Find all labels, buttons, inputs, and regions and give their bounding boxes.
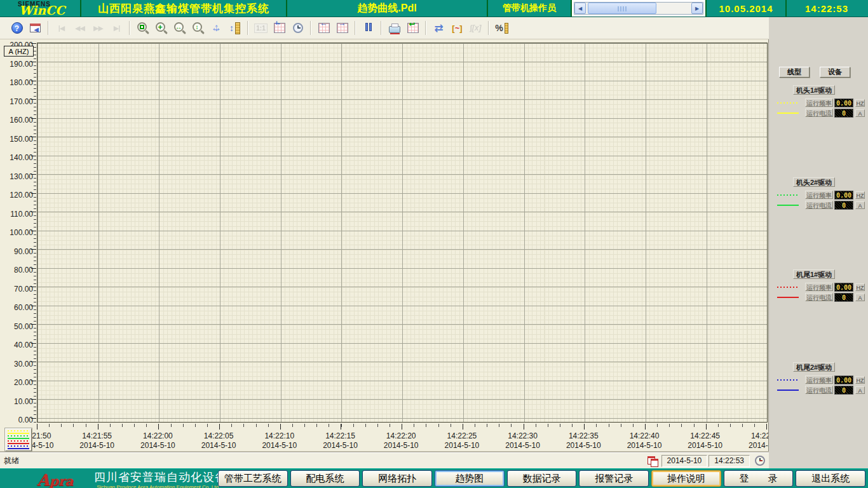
statistics-icon[interactable]: ∫[x] <box>466 20 485 37</box>
toolbar-separator <box>355 21 356 35</box>
legend-unit: HZ <box>855 283 865 291</box>
move-value-axis-icon[interactable]: ↕ <box>226 20 244 37</box>
system-title-section: 山西阳泉燕鑫输煤管带机集控系统 <box>81 0 287 17</box>
trend-toolbar: ?◀|◀◀◀▶▶▶|+↔↕↔↕↕1:1+-←→↩⇄[~]∫[x]% <box>0 17 769 39</box>
open-properties-dialog-icon[interactable]: ◀ <box>26 20 44 37</box>
percent-scale-icon[interactable]: % <box>492 20 511 37</box>
user-role: 管带机操作员 <box>503 3 556 14</box>
legend-group: 机头2#驱动运行频率0.00HZ运行电流0A <box>769 177 868 215</box>
y-tick-label: 20.00 <box>0 378 33 387</box>
zoom-in-icon[interactable]: + <box>152 20 170 37</box>
legend-group-title: 机头1#驱动 <box>793 85 835 95</box>
system-title: 山西阳泉燕鑫输煤管带机集控系统 <box>98 1 269 16</box>
header-scrollbar[interactable]: ◀ ▶ <box>574 2 703 15</box>
first-record-icon[interactable]: |◀ <box>52 20 71 37</box>
legend-line-sample <box>777 287 799 288</box>
help-icon[interactable]: ? <box>8 20 26 37</box>
legend-value: 0 <box>834 109 853 118</box>
y-tick-label: 10.00 <box>0 397 33 406</box>
previous-trend-icon[interactable]: ← <box>315 20 333 37</box>
x-tick-date: 2014-5-10 <box>188 441 249 451</box>
nav-button-alarm-records[interactable]: 报警记录 <box>579 470 649 487</box>
legend-line-sample <box>777 390 799 391</box>
x-tick-date: 2014-5-10 <box>431 441 492 451</box>
legend-row: 运行频率0.00HZ <box>769 376 868 384</box>
legend-line-sample <box>777 205 799 206</box>
legend-unit: A <box>855 386 865 394</box>
next-trend-icon[interactable]: → <box>333 20 351 37</box>
line-type-button[interactable]: 线型 <box>779 67 810 78</box>
pan-icon[interactable]: ↔↕ <box>207 20 226 37</box>
scrollbar-thumb[interactable] <box>588 3 656 14</box>
header-date: 10.05.2014 <box>719 3 773 14</box>
legend-line-dotted <box>8 430 29 431</box>
legend-line-sample <box>777 297 799 298</box>
y-tick-label: 120.00 <box>0 191 33 200</box>
company-name-cn: 四川省安普瑞自动化设备有限公司 <box>94 470 221 485</box>
legend-row: 运行电流0A <box>769 109 868 118</box>
x-tick-time: 14:22:20 <box>370 431 431 441</box>
fast-backward-icon[interactable]: ◀◀ <box>71 20 89 37</box>
plot-area[interactable] <box>37 43 768 423</box>
status-ready-text: 就绪 <box>0 456 648 466</box>
scrollbar-right-arrow-icon[interactable]: ▶ <box>691 3 703 14</box>
fast-forward-icon[interactable]: ▶▶ <box>89 20 107 37</box>
nav-button-pipe-belt-process-system[interactable]: 管带工艺系统 <box>218 470 288 487</box>
legend-row: 运行频率0.00HZ <box>769 191 868 200</box>
y-tick-label: 90.00 <box>0 247 33 256</box>
legend-line-sample <box>777 112 799 114</box>
legend-group: 机尾2#驱动运行频率0.00HZ运行电流0A <box>769 362 868 400</box>
legend-line-dotted <box>8 445 29 447</box>
nav-button-power-distribution-system[interactable]: 配电系统 <box>290 470 360 487</box>
legend-line-solid <box>8 433 29 434</box>
zoom-area-icon[interactable] <box>133 20 152 37</box>
restore-view-icon[interactable]: ↩ <box>403 20 422 37</box>
x-tick-date: 2014-5-10 <box>553 441 614 451</box>
x-tick-time: 14:22:50 <box>735 431 769 441</box>
nav-button-exit-system[interactable]: 退出系统 <box>796 470 865 487</box>
company-name-en: Sichuan Province Apra Automation Equipme… <box>94 484 221 488</box>
legend-unit: A <box>855 109 865 117</box>
company-block: 四川省安普瑞自动化设备有限公司 Sichuan Province Apra Au… <box>94 470 221 488</box>
legend-line-dotted <box>8 435 29 437</box>
swap-time-axis-icon[interactable]: ⇄ <box>430 20 448 37</box>
legend-unit: A <box>855 201 865 209</box>
x-tick-label: 14:22:002014-5-10 <box>127 431 188 451</box>
pause-icon[interactable] <box>359 20 377 37</box>
device-button[interactable]: 设备 <box>820 67 850 78</box>
toolbar-separator <box>488 21 489 35</box>
legend-value: 0.00 <box>834 98 853 107</box>
nav-button-data-records[interactable]: 数据记录 <box>507 470 577 487</box>
print-icon[interactable] <box>385 20 403 37</box>
legend-row-label: 运行频率 <box>805 191 833 199</box>
x-tick-date: 2014-5-10 <box>310 441 371 451</box>
nav-button-trend-chart[interactable]: 趋势图 <box>435 470 505 487</box>
one-to-one-icon[interactable]: 1:1 <box>252 20 270 37</box>
x-tick-time: 14:22:30 <box>492 431 553 441</box>
x-tick-label: 14:22:102014-5-10 <box>249 431 310 451</box>
legend-value: 0.00 <box>834 376 853 384</box>
statistics-area-icon[interactable]: [~] <box>448 20 466 37</box>
last-record-icon[interactable]: ▶| <box>107 20 126 37</box>
nav-button-network-topology[interactable]: 网络拓扑 <box>362 470 432 487</box>
y-axis-unit-label: A (HZ) <box>4 46 34 57</box>
nav-button-operation-guide[interactable]: 操作说明 <box>651 470 721 487</box>
time-range-icon[interactable] <box>288 20 307 37</box>
toolbar-separator <box>310 21 311 35</box>
clock-status-icon <box>755 456 765 466</box>
nav-button-login[interactable]: 登 录 <box>724 470 794 487</box>
x-tick-time: 14:22:25 <box>431 431 492 441</box>
scrollbar-left-arrow-icon[interactable]: ◀ <box>574 3 586 14</box>
scrollbar-track[interactable] <box>586 3 691 14</box>
y-tick-label: 170.00 <box>0 97 33 106</box>
x-tick-label: 14:21:552014-5-10 <box>67 431 128 451</box>
zoom-value-axis-icon[interactable]: ↕ <box>189 20 207 37</box>
x-tick-date: 2014-5-10 <box>67 441 128 451</box>
cascade-windows-icon <box>648 456 658 465</box>
zoom-time-axis-icon[interactable]: ↔ <box>170 20 189 37</box>
header-time-section: 14:22:53 <box>787 0 867 17</box>
select-trends-icon[interactable]: +- <box>270 20 288 37</box>
toolbar-separator <box>425 21 426 35</box>
legend-line-sample <box>777 102 799 104</box>
legend-row-label: 运行频率 <box>805 283 833 291</box>
